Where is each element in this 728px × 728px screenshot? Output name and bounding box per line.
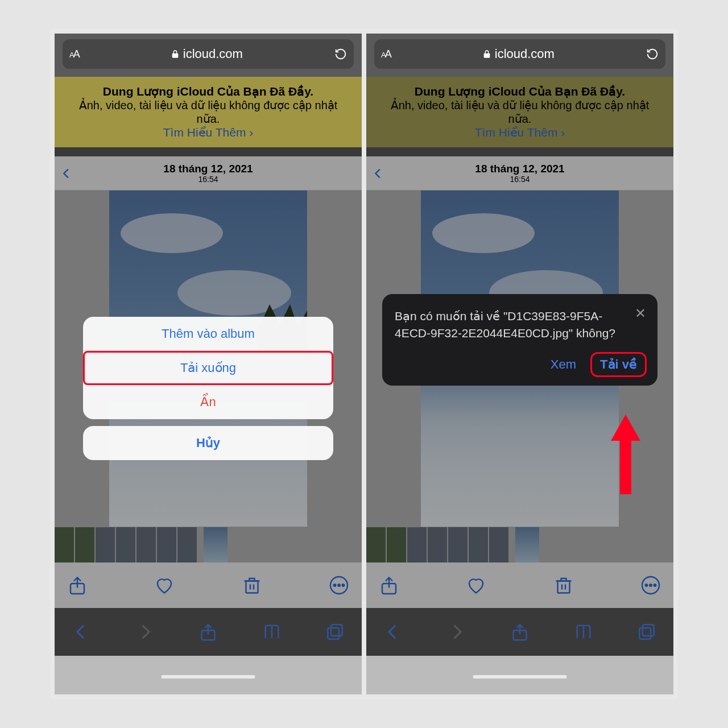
lock-icon <box>482 49 491 59</box>
safari-back-icon[interactable] <box>383 622 403 642</box>
trash-icon[interactable] <box>242 575 262 595</box>
safari-back-icon[interactable] <box>72 622 91 642</box>
address-field[interactable]: AA icloud.com <box>63 39 354 69</box>
lock-icon <box>171 49 180 59</box>
safari-share-icon[interactable] <box>198 622 218 642</box>
banner-learn-more-link[interactable]: Tìm Hiểu Thêm › <box>475 126 565 139</box>
svg-point-13 <box>650 584 652 586</box>
action-add-to-album[interactable]: Thêm vào album <box>83 317 333 351</box>
banner-title: Dung Lượng iCloud Của Bạn Đã Đầy. <box>72 85 345 98</box>
chevron-right-icon: › <box>249 126 253 139</box>
share-icon[interactable] <box>67 575 88 595</box>
svg-rect-8 <box>328 628 339 639</box>
download-confirm-dialog: ✕ Bạn có muốn tải về "D1C39E83-9F5A-4ECD… <box>382 294 657 386</box>
back-button[interactable] <box>372 165 384 182</box>
svg-point-14 <box>654 584 656 586</box>
safari-toolbar <box>55 608 362 656</box>
banner-body: Ảnh, video, tài liệu và dữ liệu không đư… <box>72 98 345 126</box>
photos-toolbar <box>366 562 673 608</box>
trash-icon[interactable] <box>553 575 574 595</box>
safari-share-icon[interactable] <box>510 622 530 642</box>
photo-time: 16:54 <box>475 175 564 184</box>
action-sheet: Thêm vào album Tải xuống Ẩn Hủy <box>83 317 333 467</box>
heart-icon[interactable] <box>466 575 486 595</box>
photo-header: 18 tháng 12, 2021 16:54 <box>55 156 362 191</box>
svg-rect-10 <box>557 581 569 593</box>
action-hide[interactable]: Ẩn <box>83 385 333 419</box>
safari-toolbar <box>366 608 673 656</box>
photos-toolbar <box>55 562 362 608</box>
svg-point-4 <box>338 584 340 586</box>
home-indicator <box>473 675 567 679</box>
svg-rect-1 <box>246 581 258 593</box>
annotation-arrow-icon <box>611 415 640 494</box>
thumbnail-strip[interactable] <box>55 527 362 562</box>
safari-address-bar: AA icloud.com <box>55 39 362 69</box>
svg-rect-7 <box>331 624 342 636</box>
action-download[interactable]: Tải xuống <box>83 351 333 385</box>
thumbnail-strip[interactable] <box>366 527 673 562</box>
refresh-icon[interactable] <box>334 48 347 60</box>
tabs-icon[interactable] <box>325 622 345 642</box>
download-message: Bạn có muốn tải về "D1C39E83-9F5A-4ECD-9… <box>395 308 645 342</box>
safari-forward-icon <box>447 622 466 642</box>
safari-address-bar: AA icloud.com <box>366 39 673 69</box>
screen-right: Dung Lượng iCloud Của Bạn Đã Đầy. Ảnh, v… <box>366 34 673 694</box>
svg-rect-17 <box>639 628 651 639</box>
photo-header: 18 tháng 12, 2021 16:54 <box>366 156 673 191</box>
heart-icon[interactable] <box>154 575 175 595</box>
photo-time: 16:54 <box>163 175 253 184</box>
icloud-storage-banner: Dung Lượng iCloud Của Bạn Đã Đầy. Ảnh, v… <box>55 77 362 147</box>
banner-body: Ảnh, video, tài liệu và dữ liệu không đư… <box>383 98 656 126</box>
svg-point-12 <box>646 584 648 586</box>
close-icon[interactable]: ✕ <box>635 305 646 321</box>
reader-aa-button[interactable]: AA <box>69 48 79 60</box>
url-display: icloud.com <box>171 47 243 61</box>
screen-left: Dung Lượng iCloud Của Bạn Đã Đầy. Ảnh, v… <box>55 34 362 694</box>
safari-forward-icon <box>135 622 155 642</box>
banner-title: Dung Lượng iCloud Của Bạn Đã Đầy. <box>383 85 656 98</box>
view-button[interactable]: Xem <box>543 354 584 375</box>
address-field[interactable]: AA icloud.com <box>374 39 665 69</box>
banner-learn-more-link[interactable]: Tìm Hiểu Thêm › <box>163 126 253 139</box>
more-icon[interactable] <box>329 575 349 595</box>
bookmarks-icon[interactable] <box>574 622 593 642</box>
icloud-storage-banner: Dung Lượng iCloud Của Bạn Đã Đầy. Ảnh, v… <box>366 77 673 147</box>
photo-date: 18 tháng 12, 2021 <box>475 163 564 175</box>
url-display: icloud.com <box>482 47 555 61</box>
photo-date: 18 tháng 12, 2021 <box>163 163 253 175</box>
share-icon[interactable] <box>379 575 399 595</box>
back-button[interactable] <box>60 165 73 182</box>
reader-aa-button[interactable]: AA <box>381 48 391 60</box>
refresh-icon[interactable] <box>646 48 659 60</box>
bookmarks-icon[interactable] <box>262 622 282 642</box>
more-icon[interactable] <box>640 575 661 595</box>
svg-rect-16 <box>643 624 654 636</box>
tabs-icon[interactable] <box>637 622 656 642</box>
svg-point-5 <box>342 584 345 586</box>
home-indicator <box>162 675 255 679</box>
chevron-right-icon: › <box>561 126 565 139</box>
action-cancel[interactable]: Hủy <box>83 426 333 460</box>
download-button[interactable]: Tải về <box>592 354 645 375</box>
svg-marker-18 <box>611 415 640 494</box>
svg-point-3 <box>334 584 336 586</box>
